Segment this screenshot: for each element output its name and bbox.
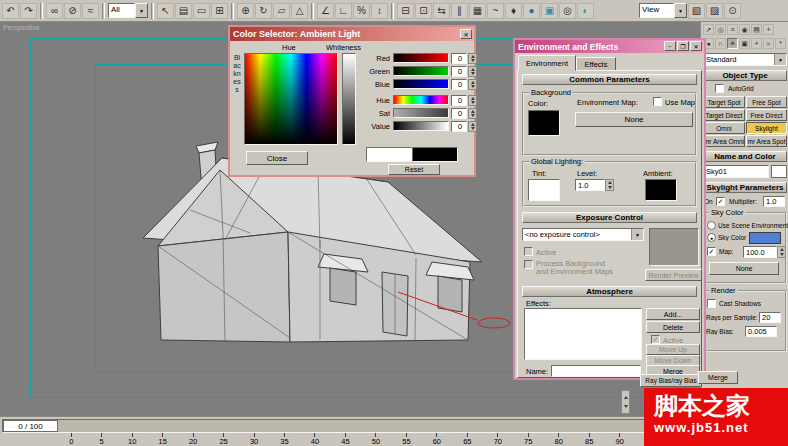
timeline-tick[interactable]: 25 [208, 433, 238, 446]
target-direct-button[interactable]: Target Direct [703, 109, 745, 121]
sky-color-radio[interactable]: ● [707, 233, 716, 242]
on-checkbox[interactable]: ✓ [716, 197, 725, 206]
unlink-selection-icon[interactable]: ⊘ [64, 3, 81, 19]
select-and-scale-icon[interactable]: ▱ [273, 3, 290, 19]
mr-area-spot-button[interactable]: mr Area Spot [746, 135, 787, 147]
timeline-tick[interactable]: 65 [452, 433, 482, 446]
cameras-category-icon[interactable]: ▣ [739, 38, 750, 49]
process-background-checkbox[interactable] [524, 260, 533, 269]
maximize-icon[interactable]: ❐ [677, 41, 689, 51]
hue-channel-field[interactable]: 0 [451, 95, 467, 106]
shapes-category-icon[interactable]: ∩ [715, 38, 726, 49]
select-and-manipulate-icon[interactable]: △ [291, 3, 308, 19]
render-type-icon[interactable]: ◎ [559, 3, 576, 19]
hue-blackness-picker[interactable] [244, 53, 338, 145]
target-spot-button[interactable]: Target Spot [703, 96, 745, 108]
tab-environment[interactable]: Environment [518, 55, 576, 71]
timeline-tick[interactable]: 20 [178, 433, 208, 446]
sky-color-swatch[interactable] [749, 232, 781, 244]
skylight-parameters-rollout[interactable]: Skylight Parameters [703, 182, 787, 193]
exposure-active-checkbox[interactable] [524, 247, 533, 256]
multiplier-field[interactable]: 1.0 [763, 196, 785, 207]
timeline-tick[interactable]: 50 [361, 433, 391, 446]
cast-shadows-checkbox[interactable] [707, 299, 716, 308]
value-channel-field[interactable]: 0 [451, 121, 467, 132]
timeline-tick[interactable]: 10 [117, 433, 147, 446]
use-map-checkbox[interactable] [653, 97, 662, 106]
percent-snap-icon[interactable]: % [353, 3, 370, 19]
undo-icon[interactable]: ↶ [2, 3, 19, 19]
effect-name-field[interactable] [551, 365, 641, 377]
common-parameters-rollout[interactable]: Common Parameters [522, 74, 697, 85]
quick-render-icon[interactable]: ◐ [577, 3, 594, 19]
ambient-swatch[interactable] [645, 179, 677, 201]
select-and-move-icon[interactable]: ⊕ [237, 3, 254, 19]
snaps-toggle-icon[interactable]: ∠ [317, 3, 334, 19]
merge-ghost-button[interactable]: Merge [698, 371, 738, 384]
reference-coordinate-dropdown[interactable]: View ▼ [639, 3, 687, 18]
environment-map-none-button[interactable]: None [575, 112, 693, 127]
mr-area-omni-button[interactable]: mr Area Omni [703, 135, 745, 147]
sat-channel-slider[interactable] [393, 108, 449, 118]
level-field[interactable]: 1.0 [575, 179, 605, 191]
helpers-category-icon[interactable]: + [751, 38, 762, 49]
chevron-down-icon[interactable]: ▼ [631, 229, 643, 240]
value-channel-spinner[interactable] [468, 121, 477, 132]
omni-button[interactable]: Omni [703, 122, 745, 134]
color-selector-titlebar[interactable]: Color Selector: Ambient Light [230, 27, 474, 41]
hierarchy-tab-icon[interactable]: ≡ [727, 24, 738, 35]
timeline-tick[interactable]: 55 [391, 433, 421, 446]
timeline-tick[interactable]: 5 [86, 433, 116, 446]
timeline-tick[interactable]: 80 [544, 433, 574, 446]
blue-channel-slider[interactable] [393, 79, 449, 89]
name-color-rollout[interactable]: Name and Color [703, 151, 787, 162]
exposure-control-dropdown[interactable]: <no exposure control> ▼ [522, 228, 644, 241]
curve-editor-icon[interactable]: ~ [487, 3, 504, 19]
timeline-tick[interactable]: 45 [330, 433, 360, 446]
green-channel-field[interactable]: 0 [451, 66, 467, 77]
level-spinner[interactable] [605, 179, 614, 191]
timeline-tick[interactable]: 70 [483, 433, 513, 446]
ray-bias-field[interactable]: 0.005 [745, 326, 777, 337]
map-amount-field[interactable]: 100.0 [743, 246, 777, 258]
object-type-rollout[interactable]: Object Type [703, 70, 787, 81]
value-channel-slider[interactable] [393, 121, 449, 131]
ray-bias-ghost-spinner[interactable] [621, 390, 630, 414]
named-set-b-icon[interactable]: ▨ [706, 3, 723, 19]
time-slider[interactable]: 0 / 100 [3, 420, 58, 432]
object-color-swatch[interactable] [771, 165, 787, 178]
angle-snap-icon[interactable]: ∟ [335, 3, 352, 19]
selection-filter-dropdown[interactable]: All ▼ [108, 3, 148, 18]
map-amount-spinner[interactable] [777, 246, 786, 258]
timeline-tick[interactable]: 30 [239, 433, 269, 446]
time-slider-track[interactable] [2, 419, 696, 433]
timeline-tick[interactable]: 35 [269, 433, 299, 446]
effects-listbox[interactable] [524, 308, 642, 360]
modify-tab-icon[interactable]: ◎ [715, 24, 726, 35]
map-checkbox[interactable]: ✓ [707, 247, 716, 256]
timeline-tick[interactable]: 75 [513, 433, 543, 446]
atmosphere-rollout[interactable]: Atmosphere [522, 286, 697, 297]
bind-to-space-warp-icon[interactable]: ≈ [82, 3, 99, 19]
blue-channel-spinner[interactable] [468, 79, 477, 90]
skylight-button[interactable]: Skylight [746, 122, 787, 134]
align-icon[interactable]: ∥ [451, 3, 468, 19]
red-channel-spinner[interactable] [468, 53, 477, 64]
tab-effects[interactable]: Effects [576, 57, 616, 71]
sat-channel-spinner[interactable] [468, 108, 477, 119]
sky-map-none-button[interactable]: None [709, 262, 779, 275]
background-color-swatch[interactable] [528, 110, 560, 136]
display-tab-icon[interactable]: ▤ [751, 24, 762, 35]
rays-per-sample-field[interactable]: 20 [759, 312, 781, 323]
autogrid-checkbox[interactable] [715, 84, 724, 93]
whiteness-picker[interactable] [342, 53, 356, 145]
reset-button[interactable]: Reset [388, 164, 440, 175]
chevron-down-icon[interactable]: ▼ [774, 54, 786, 65]
render-preview-button[interactable]: Render Preview [645, 269, 702, 281]
close-button[interactable]: Close [246, 151, 308, 165]
object-name-field[interactable]: Sky01 [703, 165, 769, 178]
exposure-control-rollout[interactable]: Exposure Control [522, 212, 697, 223]
add-effect-button[interactable]: Add... [646, 308, 700, 320]
sat-channel-field[interactable]: 0 [451, 108, 467, 119]
rectangular-selection-region-icon[interactable]: ▭ [193, 3, 210, 19]
